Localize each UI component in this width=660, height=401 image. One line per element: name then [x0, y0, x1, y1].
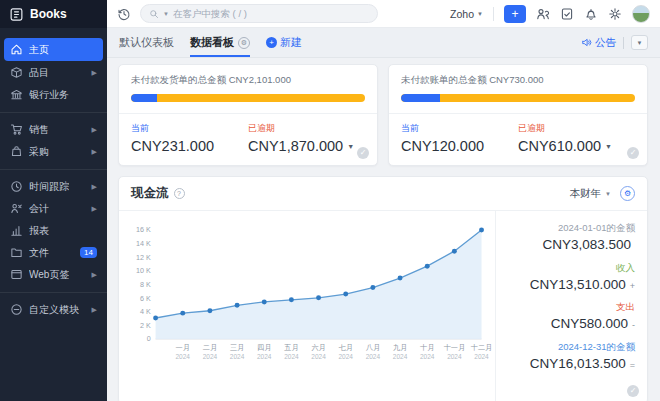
browser-icon [10, 268, 23, 281]
new-dashboard-button[interactable]: + 新建 [266, 28, 302, 57]
folder-icon [10, 246, 23, 259]
sidebar-item-accountant[interactable]: 会计▶ [4, 198, 103, 219]
approval-check-icon[interactable]: ✓ [627, 147, 639, 159]
cash-flow-body: 02 K4 K6 K8 K10 K12 K14 K16 K一月2024二月202… [119, 211, 647, 401]
progress-bar [401, 94, 635, 102]
tab-default-dashboard[interactable]: 默认仪表板 [119, 28, 174, 57]
app-window: Books 主页品目▶银行业务销售▶采购▶时间跟踪▶会计▶报表文件14Web页签… [0, 0, 660, 401]
chevron-right-icon: ▶ [92, 183, 97, 191]
data-point[interactable] [343, 292, 348, 297]
approval-check-icon[interactable]: ✓ [627, 385, 639, 397]
sidebar-item-web-tabs[interactable]: Web页签▶ [4, 264, 103, 285]
data-point[interactable] [316, 295, 321, 300]
bell-icon[interactable] [584, 7, 598, 21]
sidebar-item-items[interactable]: 品目▶ [4, 62, 103, 83]
announcements-link[interactable]: 公告 [581, 36, 616, 50]
operator: - [632, 320, 635, 330]
quick-create-button[interactable]: + [504, 5, 526, 23]
sidebar-nav: 主页品目▶银行业务销售▶采购▶时间跟踪▶会计▶报表文件14Web页签▶自定义模块… [0, 28, 107, 401]
collapse-chevron-button[interactable]: ▼ [631, 35, 648, 50]
current-column: 当前CNY120.000 [401, 122, 518, 154]
overdue-dropdown-icon[interactable]: ▼ [605, 143, 612, 150]
data-point[interactable] [398, 276, 403, 281]
search-input[interactable] [173, 8, 323, 19]
sidebar-item-purchases[interactable]: 采购▶ [4, 141, 103, 162]
bag-icon [10, 145, 23, 158]
cash-flow-chart: 02 K4 K6 K8 K10 K12 K14 K16 K一月2024二月202… [119, 211, 495, 401]
dashboard-content: 未付款发货单的总金额 CNY2,101.000当前CNY231.000已逾期CN… [107, 58, 660, 401]
fiscal-year-dropdown[interactable]: 本财年▼ [570, 187, 611, 201]
svg-text:4 K: 4 K [140, 308, 151, 316]
svg-text:2024: 2024 [366, 353, 381, 360]
overdue-value: CNY1,870.000▼ [248, 138, 365, 154]
svg-text:14 K: 14 K [136, 240, 151, 248]
circle-minus-icon [10, 303, 23, 316]
sidebar-item-time-tracking[interactable]: 时间跟踪▶ [4, 176, 103, 197]
data-point[interactable] [425, 264, 430, 269]
svg-text:2 K: 2 K [140, 322, 151, 330]
clock-icon [10, 180, 23, 193]
sidebar-item-home[interactable]: 主页 [4, 38, 103, 61]
tab-label: 默认仪表板 [119, 35, 174, 50]
gear-icon[interactable] [608, 7, 622, 21]
svg-text:8 K: 8 K [140, 281, 151, 289]
sidebar-item-banking[interactable]: 银行业务 [4, 84, 103, 105]
org-selector[interactable]: Zoho▼ [450, 8, 483, 20]
chevron-right-icon: ▶ [92, 205, 97, 213]
chevron-down-icon: ▼ [477, 11, 483, 17]
data-point[interactable] [452, 249, 457, 254]
current-value: CNY231.000 [131, 138, 248, 154]
card-top: 未付款账单的总金额 CNY730.000 [389, 65, 647, 113]
chart-settings-icon[interactable]: ⚙ [620, 186, 635, 201]
data-point[interactable] [370, 285, 375, 290]
svg-text:2024: 2024 [284, 353, 299, 360]
sidebar-item-reports[interactable]: 报表 [4, 220, 103, 241]
chevron-down-icon: ▼ [605, 191, 611, 197]
sidebar-item-label: 主页 [29, 43, 49, 57]
tabs-row-separator [623, 37, 624, 49]
operator: + [630, 281, 635, 291]
svg-text:六月: 六月 [311, 344, 325, 352]
sidebar-group: 主页品目▶银行业务 [0, 32, 107, 113]
search-icon [149, 9, 159, 19]
svg-text:6 K: 6 K [140, 295, 151, 303]
data-point[interactable] [207, 308, 212, 313]
data-point[interactable] [289, 297, 294, 302]
cash-flow-controls: 本财年▼ ⚙ [570, 186, 635, 201]
card-title: 未付款账单的总金额 CNY730.000 [401, 74, 635, 87]
avatar[interactable] [632, 5, 650, 23]
help-icon[interactable]: ? [174, 188, 185, 199]
search-box[interactable]: ▼ [140, 4, 378, 23]
data-point[interactable] [153, 316, 158, 321]
chevron-right-icon: ▶ [92, 126, 97, 134]
data-point[interactable] [262, 299, 267, 304]
users-icon[interactable] [536, 7, 550, 21]
sidebar-item-label: 会计 [29, 202, 49, 216]
sidebar-item-documents[interactable]: 文件14 [4, 242, 103, 263]
home-icon [10, 43, 23, 56]
overdue-dropdown-icon[interactable]: ▼ [347, 143, 354, 150]
approval-check-icon[interactable]: ✓ [357, 147, 369, 159]
current-label: 当前 [131, 122, 248, 135]
tasks-icon[interactable] [560, 7, 574, 21]
svg-text:2024: 2024 [230, 353, 245, 360]
topbar-separator [493, 7, 494, 21]
overdue-label: 已逾期 [518, 122, 635, 135]
search-scope-chevron-icon[interactable]: ▼ [163, 11, 169, 17]
history-icon[interactable] [117, 7, 131, 21]
sidebar-item-custom-modules[interactable]: 自定义模块▶ [4, 299, 103, 320]
app-logo[interactable]: Books [0, 0, 107, 28]
cart-icon [10, 123, 23, 136]
tab-settings-icon[interactable]: ⚙ [238, 37, 250, 49]
sidebar-item-sales[interactable]: 销售▶ [4, 119, 103, 140]
progress-bar [131, 94, 365, 102]
tab-data-dashboard[interactable]: 数据看板⚙ [190, 28, 250, 57]
overdue-column: 已逾期CNY610.000▼ [518, 122, 635, 154]
count-badge: 14 [80, 247, 97, 259]
chevron-right-icon: ▶ [92, 148, 97, 156]
data-point[interactable] [235, 303, 240, 308]
data-point[interactable] [180, 311, 185, 316]
stat-label: 2024-01-01的金额 [508, 222, 635, 235]
data-point[interactable] [479, 227, 484, 232]
sidebar-item-label: 销售 [29, 123, 49, 137]
